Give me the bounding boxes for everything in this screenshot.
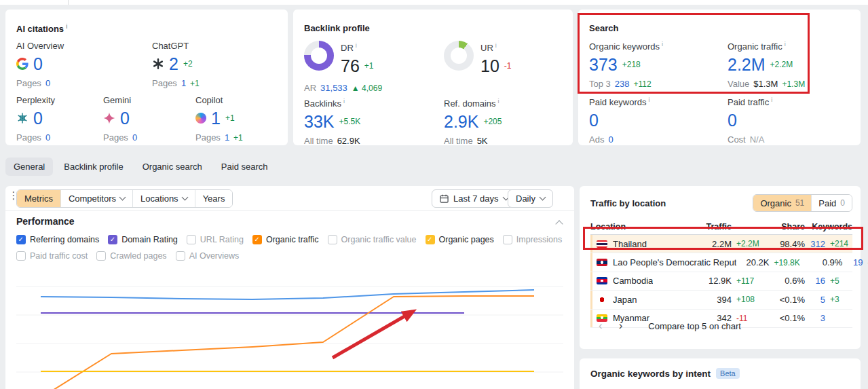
annotation-red-arrow	[333, 312, 413, 358]
pages-value[interactable]: 1	[181, 78, 186, 88]
pagination-next-icon[interactable]: ›	[611, 319, 631, 333]
checkbox-domain-rating[interactable]: Domain Rating	[108, 235, 178, 244]
pages-value[interactable]: 0	[45, 132, 50, 143]
keywords-by-intent-panel: Organic keywords by intent Beta	[580, 358, 861, 389]
competitors-label: Competitors	[69, 193, 116, 204]
share-value: <0.1%	[768, 313, 805, 323]
alltime-label: All time	[304, 136, 333, 146]
keywords-change: +3	[825, 295, 852, 304]
top3-label: Top 3	[589, 79, 611, 89]
collapse-chevron-up-icon[interactable]	[555, 220, 563, 227]
tab-backlink-profile[interactable]: Backlink profile	[56, 158, 131, 176]
copilot-value[interactable]: 1	[211, 109, 221, 128]
ref-domains-change: +205	[483, 117, 502, 126]
tab-general[interactable]: General	[5, 158, 53, 176]
compare-top5-link[interactable]: Compare top 5 on chart	[648, 321, 741, 331]
thailand-flag-icon	[597, 240, 607, 248]
metrics-label: Metrics	[24, 193, 53, 204]
location-name: Thailand	[613, 239, 647, 249]
checkbox-impressions[interactable]: Impressions	[503, 235, 562, 244]
ar-value[interactable]: 31,533	[320, 83, 347, 93]
copilot-tile: Copilot 1 +1 Pages1+1	[195, 95, 243, 143]
pages-value[interactable]: 0	[132, 132, 137, 143]
keywords-change: +5	[825, 276, 852, 286]
tab-organic-search[interactable]: Organic search	[134, 158, 210, 176]
organic-keywords-stat: Organic keywords 373+218 Top 3238+112	[589, 41, 663, 89]
share-value: 98.4%	[768, 239, 805, 249]
granularity-dropdown[interactable]: Daily	[508, 189, 553, 208]
paid-keywords-value[interactable]: 0	[589, 111, 599, 130]
checkbox-label: Crawled pages	[110, 251, 166, 261]
ref-domains-stat: Ref. domains 2.9K+205 All time5K	[444, 98, 502, 146]
traffic-value: 12.9K	[699, 276, 732, 286]
pagination-prev-icon[interactable]: ‹	[590, 319, 611, 333]
checkbox-organic-traffic-value[interactable]: Organic traffic value	[328, 235, 417, 244]
ai-overview-value[interactable]: 0	[33, 54, 43, 73]
checkbox-organic-pages[interactable]: Organic pages	[426, 235, 494, 244]
traffic-change: +108	[732, 295, 768, 304]
checkbox-crawled-pages[interactable]: Crawled pages	[96, 251, 166, 261]
table-row-thailand[interactable]: Thailand 2.2M +2.2M 98.4% 312 +214	[590, 235, 852, 253]
perplexity-value[interactable]: 0	[33, 109, 43, 128]
organic-keywords-value[interactable]: 373	[589, 55, 618, 74]
checkbox-paid-traffic-cost[interactable]: Paid traffic cost	[16, 251, 88, 261]
organic-label: Organic	[760, 198, 791, 208]
traffic-value: 2.2M	[699, 239, 732, 249]
checkbox-icon	[328, 235, 337, 244]
keywords-value[interactable]: 5	[805, 295, 825, 305]
performance-heading: Performance	[16, 216, 75, 227]
checkbox-icon	[426, 235, 435, 244]
keywords-value[interactable]: 16	[805, 276, 825, 286]
table-row-japan[interactable]: Japan 394 +108 <0.1% 5 +3	[590, 291, 852, 309]
dr-donut-chart	[304, 41, 334, 71]
tab-paid-search[interactable]: Paid search	[213, 158, 276, 176]
gemini-value[interactable]: 0	[120, 109, 130, 128]
competitors-dropdown[interactable]: Competitors	[60, 190, 132, 207]
table-row-laos[interactable]: Lao People's Democratic Reput 20.2K +19.…	[590, 253, 852, 272]
checkbox-referring-domains[interactable]: Referring domains	[16, 235, 99, 244]
locations-dropdown[interactable]: Locations	[132, 190, 195, 207]
table-row-cambodia[interactable]: Cambodia 12.9K +117 0.6% 16 +5	[590, 272, 852, 291]
traffic-by-location-panel: Traffic by location Organic51 Paid0 Loca…	[580, 186, 861, 349]
keywords-value[interactable]: 3	[805, 313, 825, 323]
backlinks-label: Backlinks	[304, 98, 360, 109]
chatgpt-value[interactable]: 2	[169, 54, 178, 73]
keywords-value[interactable]: 312	[805, 239, 825, 249]
date-range-dropdown[interactable]: Last 7 days	[432, 189, 516, 208]
keywords-value[interactable]: 19	[842, 257, 863, 267]
perplexity-icon	[16, 112, 29, 124]
copilot-icon	[195, 113, 206, 124]
ur-value: 10	[480, 56, 499, 75]
checkbox-ai-overviews[interactable]: AI Overviews	[176, 251, 240, 261]
metrics-button[interactable]: Metrics	[17, 190, 60, 207]
organic-paid-toggle: Organic51 Paid0	[753, 194, 852, 212]
paid-toggle-button[interactable]: Paid0	[811, 195, 852, 211]
pages-value[interactable]: 0	[45, 78, 50, 88]
chatgpt-icon	[152, 58, 164, 70]
chatgpt-label: ChatGPT	[152, 41, 200, 51]
top3-value[interactable]: 238	[615, 79, 630, 89]
traffic-value: 394	[699, 295, 732, 305]
checkbox-organic-traffic[interactable]: Organic traffic	[252, 235, 319, 244]
pages-value[interactable]: 1	[225, 132, 229, 143]
ads-value[interactable]: 0	[608, 134, 613, 145]
performance-panel: Metrics Competitors Locations Years Last…	[5, 186, 574, 389]
ai-overview-label: AI Overview	[16, 41, 64, 51]
checkbox-label: URL Rating	[200, 235, 244, 244]
paid-traffic-stat: Paid traffic 0 CostN/A	[728, 96, 772, 145]
years-button[interactable]: Years	[195, 190, 233, 207]
organic-traffic-label: Organic traffic	[728, 41, 805, 52]
backlinks-value[interactable]: 33K	[304, 112, 334, 131]
organic-toggle-button[interactable]: Organic51	[753, 195, 811, 211]
ads-label: Ads	[589, 134, 604, 145]
keywords-by-intent-title: Organic keywords by intent	[590, 369, 711, 379]
laos-flag-icon	[597, 259, 607, 266]
organic-traffic-value[interactable]: 2.2M	[728, 55, 766, 74]
checkbox-icon	[176, 251, 185, 261]
checkbox-url-rating[interactable]: URL Rating	[187, 235, 244, 244]
dr-change: +1	[364, 61, 374, 71]
years-label: Years	[203, 193, 225, 204]
value-label: Value	[728, 79, 749, 89]
paid-traffic-value[interactable]: 0	[728, 111, 737, 130]
ref-domains-value[interactable]: 2.9K	[444, 112, 478, 131]
